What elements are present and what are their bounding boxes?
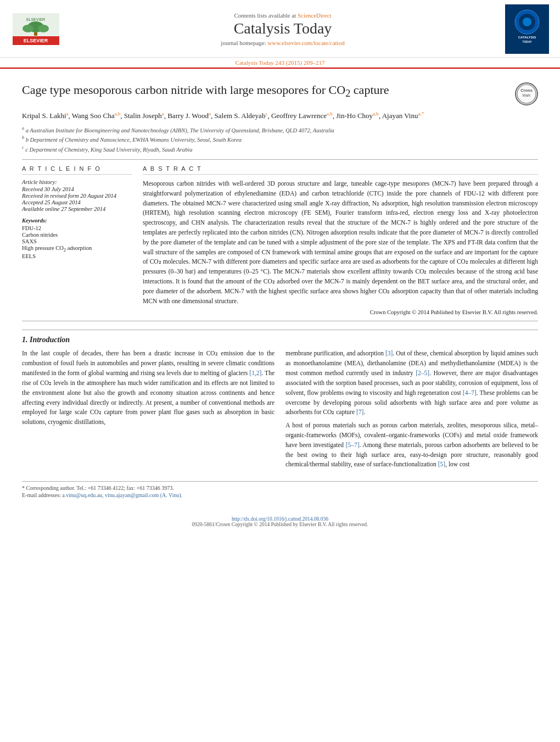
article-content: Cage type mesoporous carbon nitride with… — [0, 69, 560, 507]
affiliation-b: b b Department of Chemistry and Nanoscie… — [22, 135, 538, 144]
footnote-section: * Corresponding author. Tel.: +61 73346 … — [22, 481, 538, 498]
ref-5-7[interactable]: [5–7] — [346, 442, 360, 448]
svg-text:CATALYSIS: CATALYSIS — [518, 36, 536, 39]
intro-divider — [22, 321, 538, 321]
sciencedirect-link[interactable]: ScienceDirect — [298, 12, 332, 19]
journal-ref-line: Catalysis Today 243 (2015) 209–217 — [0, 57, 560, 68]
intro-para1: In the last couple of decades, there has… — [22, 349, 275, 427]
intro-two-col: In the last couple of decades, there has… — [22, 349, 538, 473]
article-title: Cage type mesoporous carbon nitride with… — [22, 82, 515, 101]
affiliation-a: a a Australian Institute for Bioengineer… — [22, 125, 538, 135]
doi-link[interactable]: http://dx.doi.org/10.1016/j.cattod.2014.… — [232, 516, 328, 522]
journal-homepage: journal homepage: www.elsevier.com/locat… — [60, 40, 505, 46]
header-center: Contents lists available at ScienceDirec… — [60, 12, 505, 46]
keyword-5: EELS — [22, 253, 132, 259]
email-link[interactable]: a.vinu@uq.edu.au, vinu.ajayan@gmail.com … — [62, 492, 182, 498]
keyword-4: High pressure CO2 adsorption — [22, 245, 132, 253]
svg-text:ELSEVIER: ELSEVIER — [26, 18, 44, 21]
intro-col-right: membrane purification, and adsorption [3… — [285, 349, 538, 473]
email-note: E-mail addresses: a.vinu@uq.edu.au, vinu… — [22, 492, 538, 498]
affiliations: a a Australian Institute for Bioengineer… — [22, 125, 538, 154]
intro-section-title: 1. Introduction — [22, 336, 538, 344]
abstract-text: Mesoporous carbon nitrides with well-ord… — [143, 179, 538, 306]
catalysis-today-badge: CATALYSIS TODAY — [505, 4, 549, 54]
svg-text:Mark: Mark — [523, 93, 531, 97]
svg-text:Cross: Cross — [520, 88, 533, 93]
introduction-section: 1. Introduction In the last couple of de… — [22, 330, 538, 473]
sciencedirect-line: Contents lists available at ScienceDirec… — [60, 12, 505, 19]
article-history: Article history: Received 30 July 2014 R… — [22, 179, 132, 212]
affiliation-c: c c Department of Chemistry, King Saud U… — [22, 144, 538, 154]
keyword-2: Carbon nitrides — [22, 232, 132, 238]
article-info-col: A R T I C L E I N F O Article history: R… — [22, 165, 132, 316]
ref-3[interactable]: [3] — [385, 350, 393, 356]
journal-homepage-link[interactable]: www.elsevier.com/locate/cattod — [267, 40, 344, 46]
ref-4-7[interactable]: [4–7] — [463, 389, 477, 396]
abstract-heading: A B S T R A C T — [143, 165, 538, 175]
intro-col-left: In the last couple of decades, there has… — [22, 349, 275, 473]
keywords-section: Keywords: FDU-12 Carbon nitrides SAXS Hi… — [22, 217, 132, 259]
page-wrapper: ELSEVIER ELSEVIER Contents lists availab… — [0, 0, 560, 531]
keywords-label: Keywords: — [22, 217, 132, 224]
doi-line: http://dx.doi.org/10.1016/j.cattod.2014.… — [22, 516, 538, 522]
intro-para2: membrane purification, and adsorption [3… — [285, 349, 538, 417]
svg-point-11 — [523, 18, 531, 26]
corresponding-author-note: * Corresponding author. Tel.: +61 73346 … — [22, 485, 538, 491]
journal-title: Catalysis Today — [60, 20, 505, 37]
received-date: Received 30 July 2014 — [22, 186, 132, 192]
svg-text:TODAY: TODAY — [523, 40, 533, 43]
authors-line: Kripal S. Lakhia, Wang Soo Chaa,b, Stali… — [22, 110, 538, 122]
article-title-section: Cage type mesoporous carbon nitride with… — [22, 77, 538, 105]
svg-point-3 — [23, 25, 33, 32]
keyword-1: FDU-12 — [22, 225, 132, 231]
elsevier-logo: ELSEVIER ELSEVIER — [11, 13, 60, 46]
svg-point-4 — [38, 25, 49, 32]
copyright-line: Crown Copyright © 2014 Published by Else… — [143, 309, 538, 315]
section-divider — [22, 159, 538, 160]
svg-rect-5 — [34, 32, 37, 36]
keyword-3: SAXS — [22, 238, 132, 244]
issn-line: 0920-5861/Crown Copyright © 2014 Publish… — [22, 522, 538, 527]
revised-date: Received in revised form 20 August 2014 — [22, 193, 132, 199]
journal-header: ELSEVIER ELSEVIER Contents lists availab… — [0, 0, 560, 69]
crossmark-badge[interactable]: Cross Mark — [515, 82, 538, 105]
history-label: Article history: — [22, 179, 132, 185]
abstract-col: A B S T R A C T Mesoporous carbon nitrid… — [143, 165, 538, 316]
accepted-date: Accepted 25 August 2014 — [22, 199, 132, 205]
ref-5b[interactable]: [5] — [438, 461, 445, 467]
page-footer: http://dx.doi.org/10.1016/j.cattod.2014.… — [0, 513, 560, 531]
available-date: Available online 27 September 2014 — [22, 206, 132, 212]
intro-para3: A host of porous materials such as porou… — [285, 421, 538, 470]
ref-7[interactable]: [7] — [356, 409, 363, 415]
ref-1-2[interactable]: [1,2] — [249, 370, 261, 376]
ref-2-5[interactable]: [2–5] — [416, 370, 429, 376]
article-info-heading: A R T I C L E I N F O — [22, 165, 132, 175]
svg-text:ELSEVIER: ELSEVIER — [23, 38, 48, 43]
article-info-abstract: A R T I C L E I N F O Article history: R… — [22, 165, 538, 316]
